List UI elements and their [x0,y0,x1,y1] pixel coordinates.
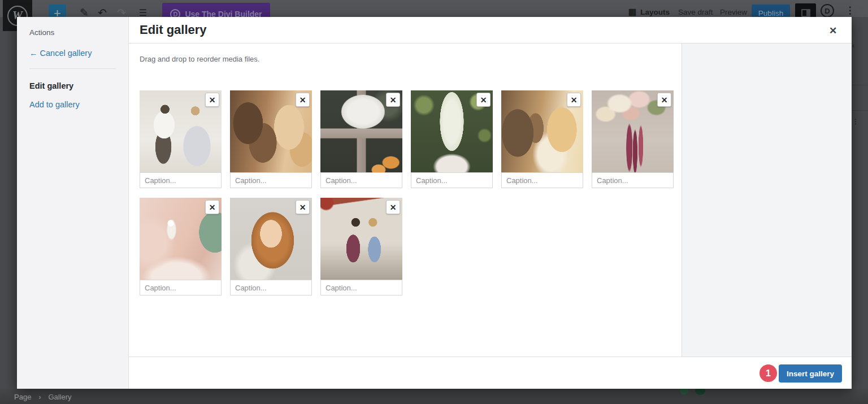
caption-input[interactable] [320,280,402,296]
gallery-grid: ✕ ✕ ✕ ✕ [140,90,676,296]
gallery-item[interactable]: ✕ [592,90,674,188]
publish-button: Publish [752,5,790,17]
caption-input[interactable] [140,172,222,188]
close-icon: ✕ [390,95,397,105]
modal-menu-sidebar: Actions ← Cancel gallery Edit gallery Ad… [17,17,129,389]
layouts-button: ▦ Layouts [628,7,670,17]
attachment-details-sidebar [682,44,852,357]
menu-item-edit-gallery[interactable]: Edit gallery [29,81,116,90]
remove-image-button[interactable]: ✕ [205,93,219,107]
close-icon: ✕ [480,95,487,105]
close-icon: ✕ [661,95,668,105]
gallery-content-area: Drag and drop to reorder media files. ✕ … [129,44,682,357]
panel-chevron-glimpse-icon: ⋮ [852,118,859,125]
breadcrumb-page: Page [14,393,31,401]
modal-title: Edit gallery [140,23,207,37]
caption-input[interactable] [411,172,493,188]
reorder-instructions: Drag and drop to reorder media files. [140,55,676,63]
gallery-item[interactable]: ✕ [501,90,583,188]
close-icon: ✕ [829,25,837,36]
panel-icon [801,9,810,17]
remove-image-button[interactable]: ✕ [296,200,310,214]
block-inserter-button: + [49,5,66,17]
close-icon: ✕ [209,95,216,105]
editor-bottombar: Page › Gallery [0,389,868,404]
plus-icon: + [54,6,61,18]
use-divi-builder-button: D Use The Divi Builder [162,3,270,17]
close-icon: ✕ [571,95,578,105]
panel-divider [852,110,868,111]
save-draft-button: Save draft [678,8,713,16]
caption-input[interactable] [320,172,402,188]
remove-image-button[interactable]: ✕ [386,200,400,214]
modal-body: Drag and drop to reorder media files. ✕ … [129,44,852,357]
insert-gallery-button[interactable]: Insert gallery [779,364,842,383]
close-icon: ✕ [300,203,306,212]
cancel-gallery-link[interactable]: ← Cancel gallery [29,49,116,58]
menu-divider [29,68,116,69]
close-modal-button[interactable]: ✕ [824,22,841,39]
panel-divider [852,85,868,85]
breadcrumb-current: Gallery [48,393,71,401]
modal-header: Edit gallery [129,17,852,44]
layouts-label: Layouts [640,8,670,16]
breadcrumb: Page › Gallery [14,393,72,401]
remove-image-button[interactable]: ✕ [657,93,671,107]
divi-panel-toggle-button [795,3,816,17]
publish-label: Publish [758,9,783,18]
redo-icon: ↷ [114,5,129,17]
close-icon: ✕ [390,203,397,212]
edit-tool-icon: ✎ [77,5,92,17]
caption-input[interactable] [592,172,674,188]
chevron-right-icon: › [38,393,41,401]
editor-topbar: + ✎ ↶ ↷ ☰ D Use The Divi Builder ▦ Layou… [0,0,868,17]
caption-input[interactable] [230,280,312,296]
undo-icon: ↶ [95,5,110,17]
remove-image-button[interactable]: ✕ [386,93,400,107]
preview-button: Preview [720,8,747,16]
remove-image-button[interactable]: ✕ [205,200,219,214]
caption-input[interactable] [501,172,583,188]
divi-d-icon: D [821,4,834,17]
edit-gallery-modal: Actions ← Cancel gallery Edit gallery Ad… [17,17,852,389]
gallery-item[interactable]: ✕ [140,90,222,188]
gallery-item[interactable]: ✕ [140,198,222,296]
divi-builder-label: Use The Divi Builder [185,10,262,17]
close-icon: ✕ [209,203,216,212]
panel-close-glimpse-icon: ‹ [852,42,854,50]
layouts-grid-icon: ▦ [628,7,636,17]
modal-footer: 1 Insert gallery [129,357,852,389]
settings-panel-glimpse: ‹ ⋮ [852,17,868,389]
remove-image-button[interactable]: ✕ [296,93,310,107]
gallery-item[interactable]: ✕ [320,90,402,188]
caption-input[interactable] [140,280,222,296]
close-icon: ✕ [300,95,306,105]
gallery-item[interactable]: ✕ [230,198,312,296]
tutorial-step-badge: 1 [760,364,777,382]
gallery-item[interactable]: ✕ [230,90,312,188]
caption-input[interactable] [230,172,312,188]
actions-heading: Actions [29,28,116,37]
divi-logo-icon: D [170,9,180,17]
remove-image-button[interactable]: ✕ [476,93,491,107]
gallery-item[interactable]: ✕ [411,90,493,188]
options-menu-icon: ⋮ [843,3,857,17]
remove-image-button[interactable]: ✕ [567,93,581,107]
menu-item-add-to-gallery[interactable]: Add to gallery [29,100,116,109]
gallery-item[interactable]: ✕ [320,198,402,296]
list-view-icon: ☰ [136,5,150,17]
